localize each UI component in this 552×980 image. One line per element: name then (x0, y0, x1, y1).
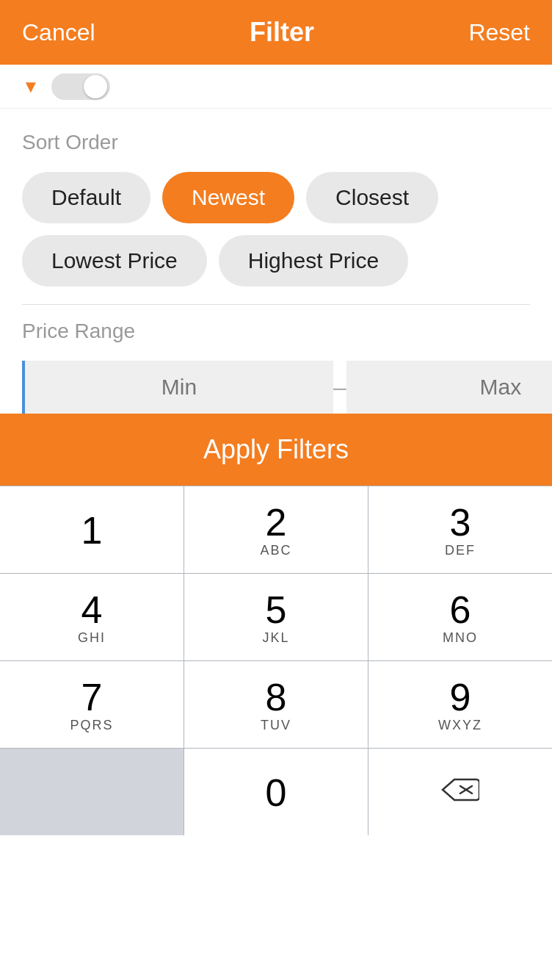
sort-order-buttons: Default Newest Closest Lowest Price High… (22, 172, 530, 287)
sort-btn-newest[interactable]: Newest (162, 172, 294, 223)
key-4[interactable]: 4 GHI (0, 574, 184, 660)
sort-btn-default[interactable]: Default (22, 172, 150, 223)
key-empty (0, 749, 184, 835)
sort-btn-closest[interactable]: Closest (306, 172, 438, 223)
key-7[interactable]: 7 PQRS (0, 661, 184, 748)
key-6[interactable]: 6 MNO (368, 574, 552, 660)
main-content: Sort Order Default Newest Closest Lowest… (0, 109, 552, 414)
toggle-knob (84, 75, 107, 98)
key-5[interactable]: 5 JKL (184, 574, 368, 660)
price-range-row: – (22, 361, 530, 414)
key-1[interactable]: 1 (0, 486, 184, 573)
max-price-input[interactable] (346, 361, 552, 414)
keyboard-row-1: 1 2 ABC 3 DEF (0, 486, 552, 573)
delete-icon (441, 777, 479, 810)
key-3[interactable]: 3 DEF (368, 486, 552, 573)
key-2[interactable]: 2 ABC (184, 486, 368, 573)
sort-order-label: Sort Order (22, 131, 530, 154)
min-price-input[interactable] (22, 361, 333, 414)
divider (22, 304, 530, 305)
cancel-button[interactable]: Cancel (22, 19, 95, 46)
key-8[interactable]: 8 TUV (184, 661, 368, 748)
key-0[interactable]: 0 (184, 749, 368, 835)
sort-btn-highest-price[interactable]: Highest Price (219, 235, 408, 287)
header-title: Filter (250, 17, 314, 48)
apply-filters-button[interactable]: Apply Filters (0, 414, 552, 486)
key-delete[interactable] (368, 749, 552, 835)
price-range-label: Price Range (22, 320, 530, 343)
filter-header: Cancel Filter Reset (0, 0, 552, 65)
arrow-icon: ▼ (22, 76, 40, 97)
price-separator: – (333, 374, 346, 401)
toggle-switch[interactable] (51, 73, 110, 100)
keyboard-row-3: 7 PQRS 8 TUV 9 WXYZ (0, 660, 552, 748)
reset-button[interactable]: Reset (468, 19, 530, 46)
numeric-keyboard: 1 2 ABC 3 DEF 4 GHI 5 JKL 6 MNO 7 PQRS (0, 486, 552, 835)
key-9[interactable]: 9 WXYZ (368, 661, 552, 748)
keyboard-row-2: 4 GHI 5 JKL 6 MNO (0, 573, 552, 660)
toggle-row: ▼ (0, 65, 552, 109)
keyboard-row-4: 0 (0, 748, 552, 835)
sort-btn-lowest-price[interactable]: Lowest Price (22, 235, 207, 287)
